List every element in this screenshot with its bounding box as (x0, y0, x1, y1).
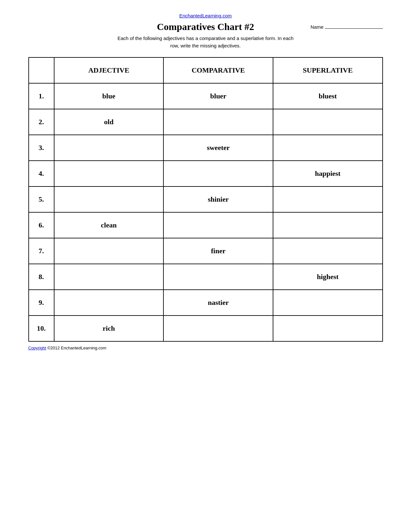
row-superlative-3 (273, 135, 383, 161)
chart-table: ADJECTIVE COMPARATIVE SUPERLATIVE 1.blue… (28, 57, 383, 342)
col-header-num (29, 57, 54, 83)
top-link[interactable]: EnchantedLearning.com (28, 13, 383, 19)
row-superlative-10 (273, 316, 383, 341)
table-row: 6.clean (29, 212, 383, 238)
row-superlative-9 (273, 290, 383, 316)
row-superlative-8: highest (273, 264, 383, 290)
table-row: 3.sweeter (29, 135, 383, 161)
row-comparative-2 (163, 109, 273, 135)
row-num-9: 9. (29, 290, 54, 316)
row-num-7: 7. (29, 238, 54, 264)
name-field: Name (310, 24, 383, 30)
table-header-row: ADJECTIVE COMPARATIVE SUPERLATIVE (29, 57, 383, 83)
page-title: Comparatives Chart #2 (157, 21, 254, 32)
row-superlative-4: happiest (273, 161, 383, 186)
row-comparative-9: nastier (163, 290, 273, 316)
table-row: 5.shinier (29, 186, 383, 212)
table-row: 1.bluebluerbluest (29, 83, 383, 109)
col-header-comparative: COMPARATIVE (163, 57, 273, 83)
row-superlative-5 (273, 186, 383, 212)
row-comparative-5: shinier (163, 186, 273, 212)
row-num-2: 2. (29, 109, 54, 135)
row-num-5: 5. (29, 186, 54, 212)
row-num-4: 4. (29, 161, 54, 186)
row-comparative-6 (163, 212, 273, 238)
name-label: Name (310, 24, 323, 30)
title-row: Comparatives Chart #2 Name (28, 21, 383, 32)
row-adjective-9 (54, 290, 164, 316)
row-comparative-10 (163, 316, 273, 341)
copyright-link[interactable]: Copyright (28, 346, 46, 350)
row-superlative-7 (273, 238, 383, 264)
row-adjective-10: rich (54, 316, 164, 341)
row-num-10: 10. (29, 316, 54, 341)
table-row: 9.nastier (29, 290, 383, 316)
table-row: 7.finer (29, 238, 383, 264)
row-adjective-8 (54, 264, 164, 290)
table-row: 10.rich (29, 316, 383, 341)
site-link-top[interactable]: EnchantedLearning.com (179, 13, 232, 18)
row-adjective-2: old (54, 109, 164, 135)
row-comparative-1: bluer (163, 83, 273, 109)
row-adjective-6: clean (54, 212, 164, 238)
table-row: 4.happiest (29, 161, 383, 186)
row-comparative-7: finer (163, 238, 273, 264)
subtitle: Each of the following adjectives has a c… (28, 35, 383, 49)
copyright-text: ©2012 EnchantedLearning.com (46, 346, 106, 350)
table-row: 8.highest (29, 264, 383, 290)
row-superlative-1: bluest (273, 83, 383, 109)
row-num-6: 6. (29, 212, 54, 238)
row-superlative-6 (273, 212, 383, 238)
row-adjective-7 (54, 238, 164, 264)
row-num-1: 1. (29, 83, 54, 109)
footer: Copyright ©2012 EnchantedLearning.com (28, 346, 383, 350)
row-num-3: 3. (29, 135, 54, 161)
col-header-adjective: ADJECTIVE (54, 57, 164, 83)
row-comparative-4 (163, 161, 273, 186)
row-comparative-8 (163, 264, 273, 290)
row-adjective-3 (54, 135, 164, 161)
name-line[interactable] (325, 28, 383, 29)
row-adjective-4 (54, 161, 164, 186)
row-superlative-2 (273, 109, 383, 135)
col-header-superlative: SUPERLATIVE (273, 57, 383, 83)
table-row: 2.old (29, 109, 383, 135)
row-adjective-5 (54, 186, 164, 212)
row-adjective-1: blue (54, 83, 164, 109)
page-container: EnchantedLearning.com Comparatives Chart… (28, 13, 383, 350)
row-num-8: 8. (29, 264, 54, 290)
row-comparative-3: sweeter (163, 135, 273, 161)
